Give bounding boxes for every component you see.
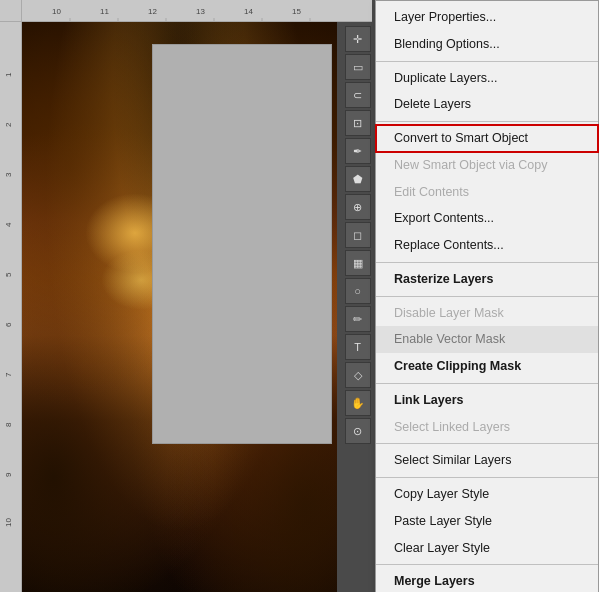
menu-item-new-smart-object[interactable]: New Smart Object via Copy — [376, 152, 598, 179]
menu-item-clear-layer-style[interactable]: Clear Layer Style — [376, 535, 598, 562]
svg-text:9: 9 — [4, 472, 13, 477]
menu-item-paste-layer-style[interactable]: Paste Layer Style — [376, 508, 598, 535]
tool-gradient[interactable]: ▦ — [345, 250, 371, 276]
ruler-top: 10 11 12 13 14 15 — [22, 0, 372, 22]
menu-separator-11 — [376, 262, 598, 263]
tool-eyedropper[interactable]: ✒ — [345, 138, 371, 164]
tool-lasso[interactable]: ⊂ — [345, 82, 371, 108]
tool-brush[interactable]: ⬟ — [345, 166, 371, 192]
tool-hand[interactable]: ✋ — [345, 390, 371, 416]
tool-select[interactable]: ▭ — [345, 54, 371, 80]
ruler-corner — [0, 0, 22, 22]
menu-separator-13 — [376, 296, 598, 297]
svg-text:1: 1 — [4, 72, 13, 77]
canvas-area — [22, 22, 337, 592]
menu-item-delete-layers[interactable]: Delete Layers — [376, 91, 598, 118]
menu-item-select-linked-layers[interactable]: Select Linked Layers — [376, 414, 598, 441]
tool-pen[interactable]: ✏ — [345, 306, 371, 332]
menu-item-export-contents[interactable]: Export Contents... — [376, 205, 598, 232]
document-canvas — [152, 44, 332, 444]
menu-item-link-layers[interactable]: Link Layers — [376, 387, 598, 414]
tool-eraser[interactable]: ◻ — [345, 222, 371, 248]
svg-text:12: 12 — [148, 7, 157, 16]
toolbar-strip: ✛ ▭ ⊂ ⊡ ✒ ⬟ ⊕ ◻ ▦ ○ ✏ T ◇ ✋ ⊙ — [340, 22, 375, 592]
menu-item-copy-layer-style[interactable]: Copy Layer Style — [376, 481, 598, 508]
menu-item-replace-contents[interactable]: Replace Contents... — [376, 232, 598, 259]
menu-separator-26 — [376, 564, 598, 565]
svg-text:7: 7 — [4, 372, 13, 377]
tool-zoom[interactable]: ⊙ — [345, 418, 371, 444]
svg-text:3: 3 — [4, 172, 13, 177]
menu-item-edit-contents[interactable]: Edit Contents — [376, 179, 598, 206]
svg-text:15: 15 — [292, 7, 301, 16]
menu-item-select-similar-layers[interactable]: Select Similar Layers — [376, 447, 598, 474]
svg-text:4: 4 — [4, 222, 13, 227]
menu-item-layer-properties[interactable]: Layer Properties... — [376, 4, 598, 31]
menu-item-blending-options[interactable]: Blending Options... — [376, 31, 598, 58]
context-menu: Layer Properties...Blending Options...Du… — [375, 0, 599, 592]
svg-text:2: 2 — [4, 122, 13, 127]
menu-item-rasterize-layers[interactable]: Rasterize Layers — [376, 266, 598, 293]
svg-text:13: 13 — [196, 7, 205, 16]
menu-item-convert-smart-object[interactable]: Convert to Smart Object — [376, 125, 598, 152]
svg-text:5: 5 — [4, 272, 13, 277]
menu-separator-20 — [376, 443, 598, 444]
svg-text:14: 14 — [244, 7, 253, 16]
svg-text:10: 10 — [52, 7, 61, 16]
menu-separator-22 — [376, 477, 598, 478]
menu-separator-5 — [376, 121, 598, 122]
menu-item-merge-layers[interactable]: Merge Layers — [376, 568, 598, 592]
menu-separator-17 — [376, 383, 598, 384]
svg-text:6: 6 — [4, 322, 13, 327]
tool-type[interactable]: T — [345, 334, 371, 360]
tool-move[interactable]: ✛ — [345, 26, 371, 52]
tool-dodge[interactable]: ○ — [345, 278, 371, 304]
menu-item-disable-layer-mask[interactable]: Disable Layer Mask — [376, 300, 598, 327]
ruler-left: 1 2 3 4 5 6 7 8 9 10 — [0, 22, 22, 592]
menu-item-duplicate-layers[interactable]: Duplicate Layers... — [376, 65, 598, 92]
svg-text:10: 10 — [4, 518, 13, 527]
tool-clone[interactable]: ⊕ — [345, 194, 371, 220]
menu-separator-2 — [376, 61, 598, 62]
svg-text:8: 8 — [4, 422, 13, 427]
svg-text:11: 11 — [100, 7, 109, 16]
tool-shape[interactable]: ◇ — [345, 362, 371, 388]
tool-crop[interactable]: ⊡ — [345, 110, 371, 136]
menu-item-enable-vector-mask[interactable]: Enable Vector Mask — [376, 326, 598, 353]
menu-item-create-clipping-mask[interactable]: Create Clipping Mask — [376, 353, 598, 380]
